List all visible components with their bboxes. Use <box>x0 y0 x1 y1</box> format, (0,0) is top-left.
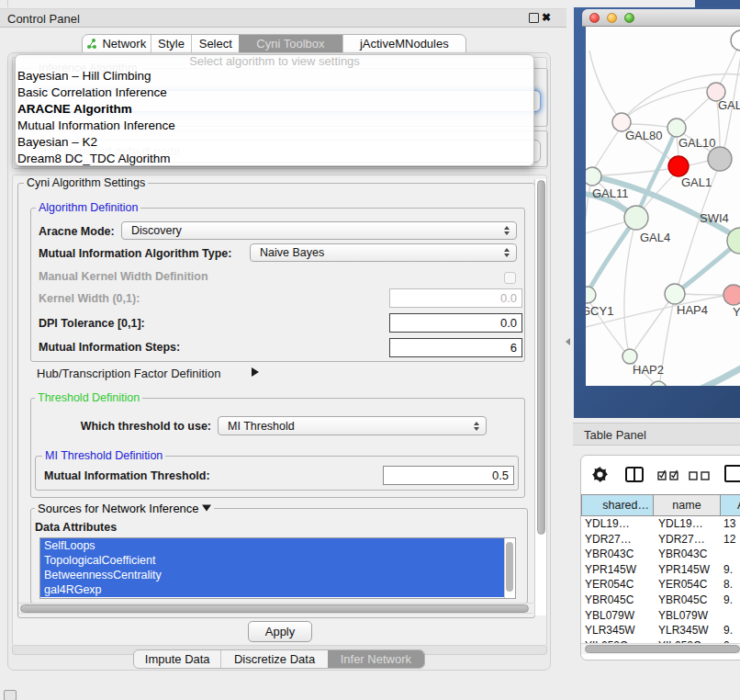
sources-collapse-arrow-icon[interactable] <box>202 505 211 512</box>
table-row[interactable]: YDR27…YDR27…12 <box>581 532 740 548</box>
network-edge[interactable] <box>685 294 723 295</box>
splitter-collapse-icon[interactable] <box>566 338 570 345</box>
combo-arrows-icon <box>504 244 510 261</box>
settings-vscrollbar-thumb[interactable] <box>537 180 545 535</box>
network-edge[interactable] <box>624 230 633 349</box>
network-node-hap2[interactable] <box>622 349 637 364</box>
bottom-tab-impute-data[interactable]: Impute Data <box>134 650 220 668</box>
network-node-hap4[interactable] <box>665 284 685 304</box>
top-strip-tick <box>7 0 8 7</box>
tab-network[interactable]: Network <box>83 35 151 52</box>
mi-type-combo[interactable]: Naive Bayes <box>250 243 517 262</box>
data-attribute-item[interactable]: SelfLoops <box>40 538 507 553</box>
algorithm-dropdown: Select algorithm to view settings Bayesi… <box>15 54 534 166</box>
cell-name: YBR045C <box>658 593 723 608</box>
cyni-settings-title: Cyni Algorithm Settings <box>24 176 148 189</box>
cell-name: YLR345W <box>658 623 723 638</box>
network-edge[interactable] <box>634 302 668 350</box>
network-edge[interactable] <box>689 161 709 165</box>
select-all-checkboxes-icon[interactable] <box>657 468 679 485</box>
cell-shared-name: YLR345W <box>581 623 658 638</box>
kernel-width-field[interactable]: 0.0 <box>389 288 522 308</box>
network-node-label: SWI4 <box>700 211 729 225</box>
close-icon[interactable]: ✖ <box>542 11 551 24</box>
table-column-header[interactable]: shared… <box>582 495 654 515</box>
file-icon[interactable] <box>724 465 740 482</box>
kernel-width-label: Kernel Width (0,1): <box>39 292 140 305</box>
table-row[interactable]: YDL19…YDL19…13 <box>581 516 740 532</box>
table-row[interactable]: YER054CYER054C8. <box>581 577 740 593</box>
data-attribute-item[interactable]: gal4RGexp <box>40 582 507 597</box>
network-node[interactable] <box>708 147 732 171</box>
manual-kernel-checkbox[interactable] <box>504 272 516 284</box>
tab-jactivemnodules[interactable]: jActiveMNodules <box>342 35 465 52</box>
split-columns-icon[interactable] <box>625 467 644 482</box>
network-graph: GALGAL80GAL10GAL1GAL11GAL4SWI4GCY1HAP4YH… <box>586 27 740 386</box>
table-rows[interactable]: YDL19…YDL19…13YDR27…YDR27…12YBR043CYBR04… <box>581 516 740 643</box>
table-row[interactable]: YBR045CYBR045C9. <box>581 593 740 608</box>
network-edge[interactable] <box>594 130 619 169</box>
table-row[interactable]: YPR145WYPR145W9. <box>581 562 740 578</box>
aracne-mode-combo[interactable]: Discovery <box>121 221 517 240</box>
network-icon <box>86 39 97 50</box>
dropdown-item[interactable]: Basic Correlation Inference <box>16 85 533 101</box>
window-close-button[interactable] <box>589 13 600 23</box>
dpi-tolerance-label: DPI Tolerance [0,1]: <box>39 317 145 330</box>
network-node-gal1[interactable] <box>668 156 689 176</box>
sources-title: Sources for Network Inference <box>35 502 214 515</box>
mi-steps-field[interactable]: 6 <box>389 338 522 357</box>
table-row[interactable]: YBL079WYBL079W <box>581 608 740 624</box>
network-node-gal10[interactable] <box>667 119 686 137</box>
network-node-y[interactable] <box>723 285 740 305</box>
network-edge[interactable] <box>628 87 708 116</box>
bottom-tab-discretize-data[interactable]: Discretize Data <box>220 650 327 668</box>
table-hscrollbar-thumb[interactable] <box>585 645 740 653</box>
tab-cyni-toolbox[interactable]: Cyni Toolbox <box>239 35 342 52</box>
combo-arrows-icon <box>504 222 510 239</box>
table-column-header[interactable]: name <box>654 495 721 515</box>
dropdown-item[interactable]: Bayesian – K2 <box>16 134 533 151</box>
tab-select[interactable]: Select <box>191 35 239 52</box>
network-node-gcy1[interactable] <box>586 287 596 303</box>
window-minimize-button[interactable] <box>607 13 617 23</box>
hub-expand-arrow-icon[interactable] <box>252 367 259 377</box>
dropdown-item[interactable]: Dream8 DC_TDC Algorithm <box>16 151 533 167</box>
settings-hscrollbar-thumb[interactable] <box>20 604 529 613</box>
data-attribute-item[interactable]: BetweennessCentrality <box>40 568 507 582</box>
mi-threshold-title: MI Threshold Definition <box>42 449 165 462</box>
bottom-tab-infer-network[interactable]: Infer Network <box>328 650 424 668</box>
network-window-titlebar[interactable] <box>582 9 740 27</box>
network-node-gal4[interactable] <box>624 206 648 230</box>
network-edge[interactable] <box>586 186 590 288</box>
window-zoom-button[interactable] <box>624 13 634 23</box>
dropdown-item[interactable]: ARACNE Algorithm <box>16 101 533 118</box>
which-threshold-combo[interactable]: MI Threshold <box>218 416 487 435</box>
cell-name: YDR27… <box>658 532 723 548</box>
mi-type-label: Mutual Information Algorithm Type: <box>39 247 231 260</box>
network-edge[interactable] <box>589 51 616 114</box>
data-attribute-item[interactable]: TopologicalCoefficient <box>40 553 507 568</box>
attr-list-vscrollbar-thumb[interactable] <box>506 542 513 592</box>
network-edge-highlighted[interactable] <box>684 366 740 386</box>
collapsed-panel-icon[interactable] <box>4 690 17 700</box>
tab-style[interactable]: Style <box>151 35 192 52</box>
network-node-gal11[interactable] <box>586 167 601 186</box>
network-node[interactable] <box>731 30 740 51</box>
deselect-checkboxes-icon[interactable] <box>689 468 711 485</box>
float-icon[interactable] <box>529 13 539 23</box>
data-attributes-list[interactable]: SelfLoopsTopologicalCoefficientBetweenne… <box>39 537 516 599</box>
network-node-label: GAL10 <box>678 136 715 150</box>
table-row[interactable]: YLR345WYLR345W9. <box>581 623 740 638</box>
dropdown-item[interactable]: Bayesian – Hill Climbing <box>16 68 533 85</box>
table-column-header[interactable]: A <box>721 495 740 515</box>
network-edge[interactable] <box>631 124 667 127</box>
apply-button[interactable]: Apply <box>248 621 312 642</box>
network-node-label: GCY1 <box>586 304 613 318</box>
gear-icon[interactable] <box>592 467 608 486</box>
dpi-tolerance-field[interactable]: 0.0 <box>389 313 522 333</box>
mi-threshold-field[interactable]: 0.5 <box>383 466 514 485</box>
table-row[interactable]: YBR043CYBR043C <box>581 547 740 562</box>
cell-value: 9. <box>723 562 740 578</box>
network-canvas[interactable]: GALGAL80GAL10GAL1GAL11GAL4SWI4GCY1HAP4YH… <box>586 27 740 386</box>
dropdown-item[interactable]: Mutual Information Inference <box>16 118 533 134</box>
